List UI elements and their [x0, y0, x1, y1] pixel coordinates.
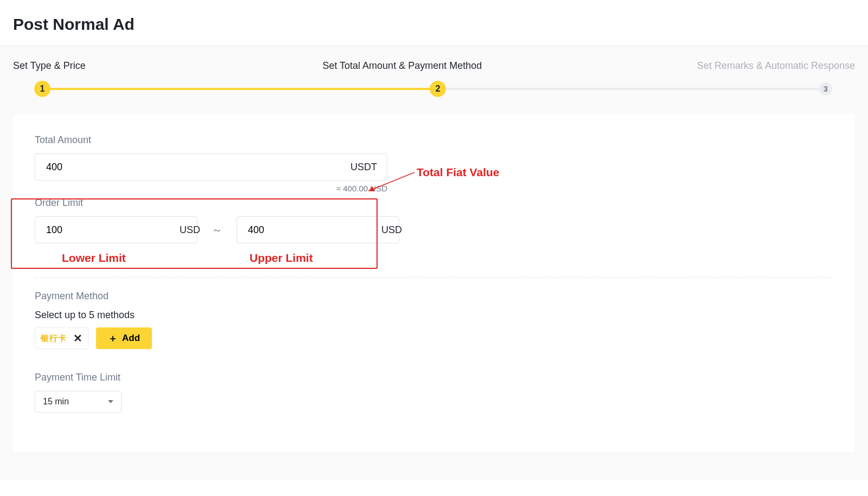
payment-chip-remove-icon[interactable]: ✕ [73, 333, 82, 344]
step-label-1: Set Type & Price [13, 60, 97, 72]
total-amount-label: Total Amount [35, 134, 833, 146]
order-limit-lower-wrap[interactable]: USD [35, 216, 197, 243]
order-limit-lower-input[interactable] [45, 224, 173, 236]
time-limit-select[interactable]: 15 min [35, 391, 122, 413]
section-divider [35, 277, 832, 278]
step-dot-3[interactable]: 3 [819, 82, 832, 95]
payment-chip-label: 银行卡 [41, 333, 67, 344]
annotation-total-fiat: Total Fiat Value [417, 166, 499, 179]
step-label-3: Set Remarks & Automatic Response [697, 60, 855, 72]
time-limit-value: 15 min [43, 397, 69, 407]
payment-method-label: Payment Method [35, 291, 833, 302]
total-amount-approx: ≈ 400.00 USD [35, 184, 387, 193]
form-card: Total Amount USDT ≈ 400.00 USD Order Lim… [13, 114, 855, 453]
add-payment-method-button[interactable]: ＋ Add [96, 327, 152, 349]
order-limit-label: Order Limit [35, 197, 833, 209]
order-limit-lower-unit: USD [173, 224, 200, 236]
add-button-label: Add [122, 333, 140, 344]
order-limit-upper-input[interactable] [247, 224, 375, 236]
chevron-down-icon [108, 400, 113, 403]
total-amount-input[interactable] [45, 161, 344, 173]
order-limit-upper-wrap[interactable]: USD [237, 216, 399, 243]
total-amount-unit: USDT [344, 162, 377, 173]
order-limit-upper-unit: USD [375, 224, 402, 236]
step-label-2: Set Total Amount & Payment Method [97, 60, 697, 72]
step-dot-2[interactable]: 2 [430, 81, 446, 97]
plus-icon: ＋ [108, 332, 118, 345]
payment-method-sublabel: Select up to 5 methods [35, 310, 833, 321]
payment-chip-bankcard[interactable]: 银行卡 ✕ [35, 327, 88, 349]
step-dot-1[interactable]: 1 [34, 81, 50, 97]
time-limit-label: Payment Time Limit [35, 372, 833, 383]
total-amount-input-wrap[interactable]: USDT [35, 153, 387, 181]
progress-steps: Set Type & Price Set Total Amount & Paym… [0, 46, 868, 114]
page-title: Post Normal Ad [0, 0, 868, 46]
range-tilde-icon: ～ [212, 223, 222, 237]
